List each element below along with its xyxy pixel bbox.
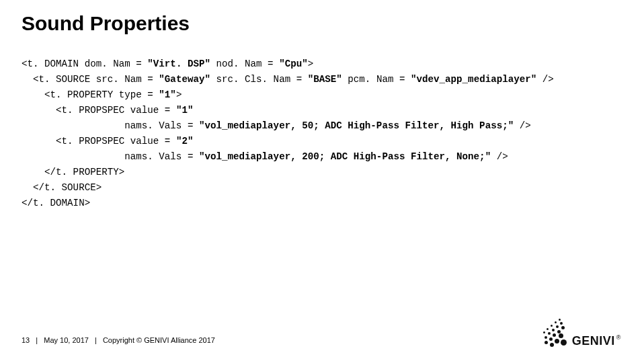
c-l7c: /> [491, 151, 508, 162]
genivi-logo: GENIVI® [542, 319, 621, 348]
c-l3b: "1" [159, 89, 176, 100]
genivi-logo-text: GENIVI® [572, 334, 621, 348]
c-l6a: <t. PROPSPEC value = [22, 136, 176, 147]
c-l6b: "2" [176, 136, 194, 147]
c-l2e: pcm. Nam = [342, 74, 411, 85]
c-l5a: nams. Vals = [22, 120, 199, 131]
c-l2b: "Gateway" [159, 74, 210, 85]
c-l2c: src. Cls. Nam = [210, 74, 308, 85]
c-l5b: "vol_mediaplayer, 50; ADC High-Pass Filt… [199, 120, 514, 131]
c-l2d: "BASE" [308, 74, 342, 85]
genivi-logo-icon [542, 319, 565, 348]
slide: Sound Properties <t. DOMAIN dom. Nam = "… [0, 0, 644, 363]
c-l2a: <t. SOURCE src. Nam = [22, 74, 159, 85]
page-title: Sound Properties [22, 12, 190, 35]
c-l1c: nod. Nam = [210, 58, 279, 69]
c-l7b: "vol_mediaplayer, 200; ADC High-Pass Fil… [199, 151, 491, 162]
c-l7a: nams. Vals = [22, 151, 199, 162]
c-l5c: /> [514, 120, 531, 131]
genivi-reg: ® [616, 334, 621, 341]
c-l8: </t. PROPERTY> [22, 167, 124, 177]
footer-copyright: Copyright © GENIVI Alliance 2017 [103, 336, 215, 344]
code-block: <t. DOMAIN dom. Nam = "Virt. DSP" nod. N… [22, 56, 554, 211]
c-l3a: <t. PROPERTY type = [22, 89, 159, 100]
footer-date: May 10, 2017 [44, 336, 89, 344]
c-l1d: "Cpu" [279, 58, 308, 69]
footer-page: 13 [22, 336, 30, 344]
c-l10: </t. DOMAIN> [22, 198, 90, 208]
c-l2f: "vdev_app_mediaplayer" [411, 74, 536, 85]
footer: 13 | May 10, 2017 | Copyright © GENIVI A… [22, 336, 215, 344]
footer-sep-2: | [95, 336, 97, 344]
footer-sep-1: | [36, 336, 38, 344]
c-l9: </t. SOURCE> [22, 182, 102, 193]
genivi-word: GENIVI [572, 334, 615, 348]
c-l4a: <t. PROPSPEC value = [22, 105, 176, 116]
c-l4b: "1" [176, 105, 194, 116]
c-l2g: /> [536, 74, 554, 85]
c-l1e: > [308, 58, 314, 69]
c-l1b: "Virt. DSP" [147, 58, 210, 69]
c-l3c: > [176, 89, 182, 100]
c-l1a: <t. DOMAIN dom. Nam = [22, 58, 147, 69]
